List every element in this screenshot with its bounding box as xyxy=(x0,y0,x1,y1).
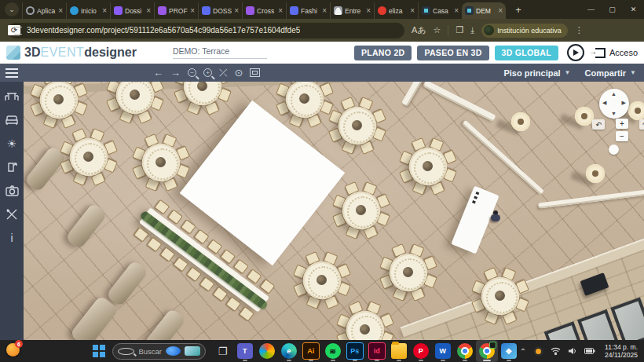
chrome-taskbar-item[interactable] xyxy=(454,340,476,362)
tilt-ball-control[interactable] xyxy=(609,144,619,155)
browser-tab-aplica[interactable]: Aplica× xyxy=(22,2,66,19)
redo-arrow-icon[interactable]: → xyxy=(170,68,181,78)
pan-right-icon[interactable]: ▶ xyxy=(622,100,626,106)
copilot-taskbar-item[interactable] xyxy=(256,340,278,362)
task-view-taskbar-item[interactable]: ❐ xyxy=(212,340,234,362)
tab-close-icon[interactable]: × xyxy=(322,6,327,15)
tab-close-icon[interactable]: × xyxy=(278,6,283,15)
browser-tab-entre[interactable]: Entre× xyxy=(330,2,374,19)
chair[interactable] xyxy=(207,239,222,254)
chair[interactable] xyxy=(260,279,276,294)
translate-icon[interactable]: Aあ xyxy=(412,24,426,36)
person-figure[interactable] xyxy=(491,210,500,222)
spotify-taskbar-item[interactable]: ≋ xyxy=(322,340,344,362)
chair[interactable] xyxy=(239,306,254,321)
browser-tab-cross[interactable]: Cross× xyxy=(242,2,286,19)
close-window-icon[interactable]: ✕ xyxy=(623,0,644,19)
search-highlight-icon[interactable] xyxy=(185,346,199,356)
tab-close-icon[interactable]: × xyxy=(366,6,371,15)
chair[interactable] xyxy=(194,229,210,244)
tab-close-icon[interactable]: × xyxy=(498,6,503,15)
view-button-3d-global[interactable]: 3D GLOBAL xyxy=(495,46,558,60)
chair[interactable] xyxy=(225,296,241,311)
camera-pan-pad[interactable]: ▲ ▼ ◀ ▶ xyxy=(599,89,629,119)
tab-close-icon[interactable]: × xyxy=(146,6,151,15)
taskbar-clock[interactable]: 11:34 p. m. 24/11/2025 xyxy=(605,343,638,359)
word-taskbar-item[interactable]: W xyxy=(432,340,454,362)
frame-view-icon[interactable] xyxy=(250,68,260,77)
photoshop-taskbar-item[interactable]: Ps xyxy=(344,340,366,362)
notification-bubble[interactable]: 6 xyxy=(6,343,20,357)
browser-tab-fashi[interactable]: Fashi× xyxy=(286,2,330,19)
chair[interactable] xyxy=(134,227,149,242)
chair[interactable] xyxy=(247,269,262,283)
browser-tab-doss[interactable]: DOSS× xyxy=(198,2,242,19)
zoom-out-button[interactable]: − xyxy=(616,131,628,141)
pan-left-icon[interactable]: ◀ xyxy=(602,100,606,106)
view-button-plano-2d[interactable]: PLANO 2D xyxy=(354,46,412,60)
search-highlight-icon[interactable] xyxy=(166,346,181,356)
pan-down-icon[interactable]: ▼ xyxy=(611,111,617,116)
wifi-icon[interactable] xyxy=(551,347,561,355)
tab-close-icon[interactable]: × xyxy=(234,6,239,15)
camera-icon[interactable] xyxy=(5,184,19,198)
chair[interactable] xyxy=(154,199,170,214)
share-dropdown[interactable]: Compartir▼ xyxy=(585,68,636,78)
download-icon[interactable]: ⤓ xyxy=(470,25,474,35)
chair[interactable] xyxy=(159,247,175,261)
illustrator-taskbar-item[interactable]: Ai xyxy=(300,340,322,362)
volume-icon[interactable] xyxy=(568,347,577,355)
center-view-icon[interactable]: ⊙ xyxy=(234,68,243,78)
browser-tab-casa[interactable]: Casa× xyxy=(418,2,462,19)
pan-up-icon[interactable]: ▲ xyxy=(611,91,617,97)
explorer-taskbar-item[interactable] xyxy=(388,340,410,362)
browser-tab-prof[interactable]: PROF× xyxy=(154,2,198,19)
zoom-out-icon[interactable]: − xyxy=(188,68,196,77)
info-icon[interactable]: i xyxy=(5,231,19,245)
hidden-icons-chevron[interactable]: ⌃ xyxy=(520,347,526,356)
browser-tab-dem[interactable]: DEM× xyxy=(462,2,506,19)
undo-arrow-icon[interactable]: ← xyxy=(153,68,163,78)
chair[interactable] xyxy=(233,259,249,274)
new-tab-button[interactable]: + xyxy=(510,2,526,17)
browser-tab-eliza[interactable]: eliza× xyxy=(374,2,418,19)
browser-tab-inicio[interactable]: Inicio× xyxy=(66,2,110,19)
export-icon[interactable] xyxy=(5,160,19,174)
project-name-input[interactable]: DEMO: Terrace xyxy=(173,46,267,59)
url-text[interactable]: 3deventdesigner.com/project/591112e6a567… xyxy=(27,26,300,35)
scene-canvas[interactable]: ▲ ▼ ◀ ▶ ↶+↷− xyxy=(24,82,644,340)
start-button[interactable] xyxy=(93,345,105,357)
site-info-icon[interactable] xyxy=(14,27,22,35)
rotate-left-icon[interactable]: ↶ xyxy=(592,119,605,130)
pinterest-taskbar-item[interactable]: P xyxy=(410,340,432,362)
table-furniture-icon[interactable] xyxy=(5,90,19,104)
tab-close-icon[interactable]: × xyxy=(410,6,415,15)
tab-close-icon[interactable]: × xyxy=(190,6,195,15)
app-logo[interactable]: 3D EVENT designer xyxy=(6,46,137,60)
taskbar-search[interactable]: Buscar xyxy=(112,343,206,360)
sofa-icon[interactable] xyxy=(5,113,19,127)
view-button-paseo-en-3d[interactable]: PASEO EN 3D xyxy=(417,46,488,60)
zoom-in-icon[interactable]: + xyxy=(203,68,212,77)
hamburger-menu-icon[interactable] xyxy=(0,72,24,74)
tools-icon[interactable] xyxy=(5,207,19,221)
chair[interactable] xyxy=(186,267,202,282)
rotate-right-icon[interactable]: ↷ xyxy=(639,119,644,130)
expand-icon[interactable]: ⤫ xyxy=(219,68,227,78)
chair[interactable] xyxy=(147,237,163,252)
chair[interactable] xyxy=(199,276,215,291)
tab-groups-icon[interactable]: ❒ xyxy=(456,25,463,35)
tab-close-icon[interactable]: × xyxy=(102,6,107,15)
chrome-active-taskbar-item[interactable] xyxy=(476,340,498,362)
minimize-window-icon[interactable]: — xyxy=(580,0,602,19)
battery-icon[interactable] xyxy=(584,348,595,354)
browser-tab-dossi[interactable]: Dossi× xyxy=(110,2,154,19)
tab-search-chevron-icon[interactable]: ⌄ xyxy=(5,2,19,16)
edge-taskbar-item[interactable]: e xyxy=(278,340,300,362)
indesign-taskbar-item[interactable]: Id xyxy=(366,340,388,362)
floor-dropdown[interactable]: Piso principal▼ xyxy=(503,68,570,78)
zoom-in-button[interactable]: + xyxy=(616,119,628,129)
photos-taskbar-item[interactable]: ❖ xyxy=(498,340,520,362)
maximize-window-icon[interactable]: ▢ xyxy=(602,0,623,19)
browser-menu-icon[interactable]: ⋮ xyxy=(575,25,584,35)
